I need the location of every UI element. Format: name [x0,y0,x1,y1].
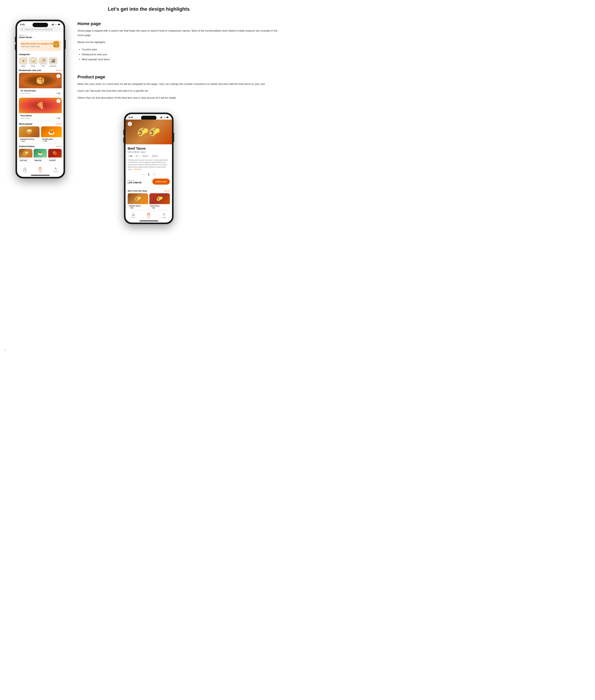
product-nav-cart-label: Cart [147,217,150,218]
star-icon-sand: ★ [20,140,22,142]
product-nav-cart[interactable]: Cart [147,213,150,218]
ordered-info-fruit: Fruit platter Fruit-GO [48,157,62,162]
ordered-item-taco[interactable]: 🌮 Chicken Tacos Taco Cart [19,149,32,162]
restaurant-info-breaky: All -Day-Breaky! 40-55 minutes ★ 3.9 [19,88,62,95]
chevron-icon: ⌄ [32,36,34,38]
more-grid: 🌮 Chicken Tacos ★ 3.9 🌮 [125,193,172,209]
product-status-icons [160,116,169,118]
location[interactable]: Union Street ⌄ [19,36,62,38]
svg-point-10 [55,168,56,169]
ordered-grid: 🌮 Chicken Tacos Taco Cart 🥗 Chick salad … [19,149,62,162]
popular-rating-sandwich: ★ 4.4 [20,140,38,142]
chicken-tacos-image: 🌮 [128,193,148,204]
status-bar: 9:41 [17,21,63,27]
cart-nav-icon [38,167,42,171]
popular-card-sandwich[interactable]: 🥪 Sandwich factory ★ 4.4 [19,126,39,143]
japanese-icon: 🍱 [49,57,57,65]
price-cart-row: Total price LKR 2450.00 Add to cart [128,179,170,184]
product-cart-nav-icon [147,213,150,216]
promo-banner[interactable]: Big discounts on burgers today Claim you… [19,40,62,51]
star-icon-pizza: ★ [56,117,57,119]
product-nav-profile[interactable]: Profile [162,213,166,218]
rating-pork: 4.2 [152,207,155,209]
popular-title: Most popular [19,123,32,125]
quantity-row: − 1 + [128,172,170,177]
product-status-bar: 9:41 [125,114,172,120]
quantity-decrease[interactable]: − [141,172,146,177]
ordered-subtitle-taco: Chicken Tacos [20,158,31,160]
ordered-item-salad[interactable]: 🥗 Chick salad Salad bar [34,149,47,162]
product-rating-value: 3.9 [130,155,132,157]
popular-header: Most popular View all [19,123,62,125]
category-italian[interactable]: 🍝 Italian [19,57,28,67]
star-icon-pork: ★ [150,207,152,209]
svg-point-15 [164,118,165,118]
product-name: Beef Tacos [128,146,170,150]
nav-home-label: Home [23,171,27,173]
ordered-item-fruit[interactable]: 🍓 Fruit platter Fruit-GO [48,149,62,162]
tag-burritos: Burritos [151,155,159,157]
more-card-chicken[interactable]: 🌮 Chicken Tacos ★ 3.9 [128,193,148,209]
product-section-heading: Product page [78,75,282,80]
more-title: More from this shop [128,190,147,192]
dynamic-island [32,23,48,27]
svg-point-4 [56,25,56,25]
popular-name-noodle: Noodle game [42,138,60,140]
nav-cart[interactable]: Cart [38,167,42,173]
svg-rect-12 [161,117,161,118]
category-japanese[interactable]: 🍱 Japanese [49,57,57,67]
profile-nav-icon [54,167,57,171]
quantity-value: 1 [148,173,149,176]
back-button[interactable]: ‹ [128,122,132,126]
home-para1: Home page is topped with a search bar th… [78,29,282,38]
restaurant-info-pizza: Pizza Mania 25-35 minutes ★ 4.7 [19,113,62,120]
product-status-time: 9:41 [129,116,133,119]
restaurant-meta-breaky: 40-55 minutes ★ 3.9 [21,92,60,94]
nav-profile[interactable]: Profile [53,167,58,173]
heart-button-pizza[interactable]: ♡ [56,99,60,103]
phone-product: 9:41 🌮🌮 ‹ Beef Tacos LKR 1250. [124,113,173,224]
heart-button-breaky[interactable]: ♡ [56,74,60,78]
search-icon [21,28,23,30]
more-card-pork[interactable]: 🌮 Pork Tacos ★ 4.2 [149,193,170,209]
restaurant-card-pizza[interactable]: 🍕 ♡ Pizza Mania 25-35 minutes ★ 4.7 [19,98,62,120]
restaurant-card-breaky[interactable]: 🥞 ♡ All -Day-Breaky! 40-55 minutes ★ 3.9 [19,73,62,95]
left-arrow-nav[interactable]: ‹ [5,348,6,350]
home-bullets: Cousins type Restaurants near you Most p… [78,47,282,62]
noodle-image: 🍝 [41,126,62,137]
category-label-indian: Indian [31,65,35,67]
product-wifi-icon [163,116,166,118]
ordered-view-all[interactable]: View all [56,145,62,147]
popular-info-sandwich: Sandwich factory ★ 4.4 [19,137,39,143]
product-content: Beef Tacos LKR 1250.00 / 2pcs ★ 3.9 › 13… [125,144,172,188]
category-indian[interactable]: 🍛 Indian [29,57,37,67]
search-bar[interactable]: Search for food and restaurants [19,27,62,32]
product-screen: 9:41 🌮🌮 ‹ Beef Tacos LKR 1250. [125,114,172,223]
burger-emoji: 🍔 [52,41,60,48]
nav-home[interactable]: Home [23,167,27,173]
star-icon-chicken: ★ [129,207,130,209]
popular-card-noodle[interactable]: 🍝 Noodle game ★ 3.9 [41,126,62,143]
restaurants-view-all[interactable]: View all [56,69,62,71]
sandwich-image: 🥪 [19,126,39,137]
more-rating-pork: ★ 4.2 [150,207,169,209]
bullet-3: Most popular food items [82,57,282,62]
view-more-link[interactable]: View More [134,169,141,170]
phone-home: 9:41 Search for food and [16,20,65,178]
total-section: Total price LKR 2450.00 [128,179,141,184]
more-section: More from this shop View all 🌮 Chicken T… [125,188,172,209]
product-nav-home[interactable]: Home [131,213,135,218]
restaurant-name-pizza: Pizza Mania [21,114,60,117]
rating-sandwich: 4.4 [22,140,25,142]
product-bottom-nav: Home Cart [125,211,172,221]
restaurant-time-breaky: 40-55 minutes [21,92,30,94]
category-thai[interactable]: 🍜 Thai [39,57,48,67]
add-to-cart-button[interactable]: Add to cart [152,179,170,184]
nav-profile-label: Profile [53,171,58,173]
quantity-increase[interactable]: + [152,172,156,177]
product-vol-down [123,137,124,143]
popular-view-all[interactable]: View all [56,123,62,125]
product-nav-home-label: Home [131,217,135,218]
tag-age: 13+ [134,155,140,157]
more-view-all[interactable]: View all [164,190,170,192]
